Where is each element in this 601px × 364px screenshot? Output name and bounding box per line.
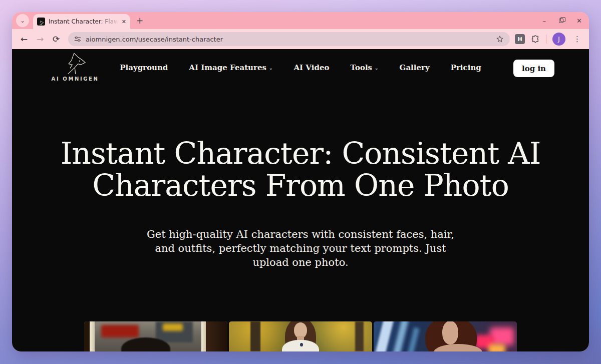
tab-close-icon[interactable]: ✕ (122, 19, 126, 25)
login-button[interactable]: log in (513, 60, 554, 77)
woman-face (442, 321, 458, 344)
red-sign (101, 325, 138, 337)
bookmark-star-icon[interactable] (496, 35, 504, 43)
url-text[interactable]: aiomnigen.com/usecase/instant-character (86, 36, 491, 43)
nav-item-tools[interactable]: Tools⌄ (350, 63, 378, 72)
photo-neon-city-woman (374, 321, 517, 351)
orange-neon-sign (488, 344, 505, 351)
window-close-button[interactable]: ✕ (576, 17, 582, 25)
extensions-puzzle-icon[interactable] (531, 35, 540, 44)
chevron-down-icon: ⌄ (20, 18, 25, 24)
tree-trunk (250, 321, 260, 351)
window-frame (90, 321, 94, 351)
photo-cafe-window-scene (84, 321, 227, 351)
site-favicon-icon (37, 18, 45, 26)
necklace (300, 343, 303, 346)
restore-icon (559, 19, 563, 23)
tree-trunk (355, 321, 364, 351)
wall (84, 321, 90, 351)
browser-toolbar: ← → ⟳ aiomnigen.com/usecase/instant-char… (12, 29, 589, 49)
address-bar[interactable]: aiomnigen.com/usecase/instant-character (68, 32, 510, 46)
neon-light-streak (374, 321, 395, 351)
profile-avatar[interactable]: J (552, 33, 565, 46)
hero-subtitle: Get high-quality AI characters with cons… (140, 227, 461, 269)
tab-strip: ⌄ Instant Character: Flawless AI C ✕ + –… (12, 12, 589, 29)
wall (206, 321, 227, 351)
chevron-down-icon: ⌄ (269, 66, 273, 71)
site-settings-icon[interactable] (74, 36, 81, 43)
minimize-button[interactable]: – (543, 17, 546, 25)
forward-button[interactable]: → (33, 32, 47, 46)
nav-item-ai-image-features[interactable]: AI Image Features⌄ (189, 63, 272, 72)
extension-h-icon[interactable]: H (515, 34, 525, 44)
neon-light-streak (392, 321, 409, 351)
browser-window: ⌄ Instant Character: Flawless AI C ✕ + –… (12, 12, 589, 351)
photo-autumn-park-woman (229, 321, 372, 351)
window-frame (201, 321, 206, 351)
browser-menu-icon[interactable]: ⋮ (571, 35, 583, 44)
new-tab-button[interactable]: + (136, 17, 143, 25)
neon-light-streak (405, 327, 420, 351)
browser-tab[interactable]: Instant Character: Flawless AI C ✕ (33, 14, 130, 29)
restore-button[interactable] (559, 19, 563, 23)
toolbar-separator (546, 35, 546, 44)
reload-button[interactable]: ⟳ (49, 32, 63, 46)
nav-item-gallery[interactable]: Gallery (400, 63, 430, 72)
logo-text: AI OMNIGEN (51, 76, 99, 82)
tab-title: Instant Character: Flawless AI C (49, 18, 118, 25)
nav-item-ai-video[interactable]: AI Video (293, 63, 329, 72)
hero-title: Instant Character: Consistent AI Charact… (53, 137, 548, 201)
main-navigation: Playground AI Image Features⌄ AI Video T… (12, 63, 589, 72)
nav-item-pricing[interactable]: Pricing (451, 63, 481, 72)
nav-item-playground[interactable]: Playground (120, 63, 168, 72)
window-controls: – ✕ (543, 12, 582, 29)
page-content: AI OMNIGEN Playground AI Image Features⌄… (12, 49, 589, 351)
chevron-down-icon: ⌄ (375, 66, 379, 71)
toolbar-right: H J ⋮ (515, 33, 584, 46)
gold-sign (163, 323, 183, 331)
photo-strip (84, 321, 517, 351)
tab-search-button[interactable]: ⌄ (16, 14, 29, 27)
back-button[interactable]: ← (17, 32, 31, 46)
